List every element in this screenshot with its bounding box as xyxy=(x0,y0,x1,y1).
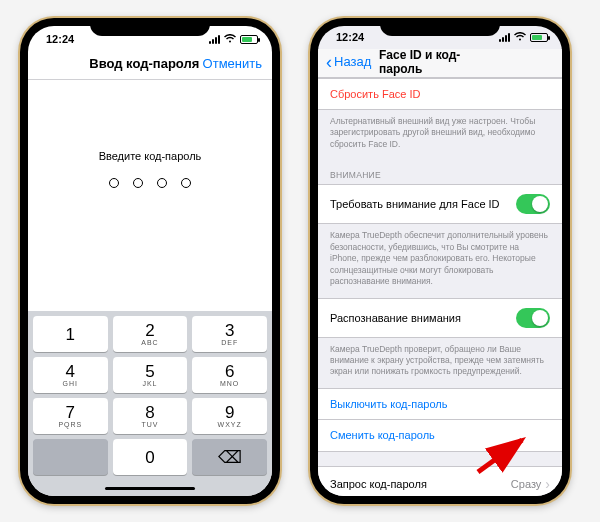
attention-aware-cell[interactable]: Распознавание внимания xyxy=(318,298,562,338)
attention-aware-label: Распознавание внимания xyxy=(330,312,461,324)
nav-bar: ‹ Назад Face ID и код-пароль xyxy=(318,49,562,78)
battery-icon xyxy=(240,35,258,44)
reset-faceid-label: Сбросить Face ID xyxy=(330,88,420,100)
cellular-signal-icon xyxy=(499,33,510,42)
back-label: Назад xyxy=(334,54,371,69)
reset-faceid-cell[interactable]: Сбросить Face ID xyxy=(318,78,562,110)
key-8[interactable]: 8TUV xyxy=(113,398,188,434)
back-button[interactable]: ‹ Назад xyxy=(326,53,371,71)
key-1[interactable]: 1 xyxy=(33,316,108,352)
battery-icon xyxy=(530,33,548,42)
chevron-right-icon: › xyxy=(545,476,550,492)
screen-right: 12:24 ‹ Назад Face ID и код-пароль Сброс… xyxy=(318,26,562,496)
key-4[interactable]: 4GHI xyxy=(33,357,108,393)
wifi-icon xyxy=(514,32,526,43)
passcode-dot xyxy=(157,178,167,188)
passcode-prompt: Введите код-пароль xyxy=(28,80,272,311)
phone-right: 12:24 ‹ Назад Face ID и код-пароль Сброс… xyxy=(310,18,570,504)
key-delete[interactable]: ⌫ xyxy=(192,439,267,475)
home-indicator[interactable] xyxy=(28,480,272,496)
attention-aware-toggle[interactable] xyxy=(516,308,550,328)
key-7[interactable]: 7PQRS xyxy=(33,398,108,434)
passcode-dot xyxy=(109,178,119,188)
require-attention-footer: Камера TrueDepth обеспечит дополнительны… xyxy=(318,224,562,297)
require-passcode-cell[interactable]: Запрос код-пароля Сразу › xyxy=(318,466,562,496)
key-0[interactable]: 0 xyxy=(113,439,188,475)
nav-bar: Ввод код-пароля Отменить xyxy=(28,52,272,80)
key-5[interactable]: 5JKL xyxy=(113,357,188,393)
notch xyxy=(380,18,500,36)
key-3[interactable]: 3DEF xyxy=(192,316,267,352)
passcode-dot xyxy=(181,178,191,188)
attention-aware-footer: Камера TrueDepth проверит, обращено ли В… xyxy=(318,338,562,388)
chevron-left-icon: ‹ xyxy=(326,53,332,71)
number-keypad: 1 2ABC 3DEF 4GHI 5JKL 6MNO 7PQRS 8TUV 9W… xyxy=(28,311,272,480)
change-passcode-cell[interactable]: Сменить код-пароль xyxy=(318,420,562,452)
status-time: 12:24 xyxy=(336,31,364,43)
require-attention-label: Требовать внимание для Face ID xyxy=(330,198,500,210)
passcode-dot xyxy=(133,178,143,188)
spacer xyxy=(318,452,562,466)
passcode-dots xyxy=(109,178,191,188)
attention-header: ВНИМАНИЕ xyxy=(318,160,562,184)
wifi-icon xyxy=(224,34,236,45)
require-attention-cell[interactable]: Требовать внимание для Face ID xyxy=(318,184,562,224)
settings-list[interactable]: Сбросить Face ID Альтернативный внешний … xyxy=(318,78,562,496)
require-passcode-value: Сразу xyxy=(511,478,541,490)
nav-title: Face ID и код-пароль xyxy=(379,48,501,76)
cancel-button[interactable]: Отменить xyxy=(203,56,262,71)
key-6[interactable]: 6MNO xyxy=(192,357,267,393)
prompt-label: Введите код-пароль xyxy=(99,150,202,162)
notch xyxy=(90,18,210,36)
key-9[interactable]: 9WXYZ xyxy=(192,398,267,434)
turn-off-passcode-cell[interactable]: Выключить код-пароль xyxy=(318,388,562,420)
screen-left: 12:24 Ввод код-пароля Отменить Введите к… xyxy=(28,26,272,496)
cellular-signal-icon xyxy=(209,35,220,44)
require-passcode-label: Запрос код-пароля xyxy=(330,478,427,490)
turn-off-passcode-label: Выключить код-пароль xyxy=(330,398,447,410)
nav-title: Ввод код-пароля xyxy=(89,56,199,71)
status-time: 12:24 xyxy=(46,33,74,45)
require-attention-toggle[interactable] xyxy=(516,194,550,214)
reset-faceid-footer: Альтернативный внешний вид уже настроен.… xyxy=(318,110,562,160)
key-2[interactable]: 2ABC xyxy=(113,316,188,352)
change-passcode-label: Сменить код-пароль xyxy=(330,429,435,441)
key-blank xyxy=(33,439,108,475)
phone-left: 12:24 Ввод код-пароля Отменить Введите к… xyxy=(20,18,280,504)
